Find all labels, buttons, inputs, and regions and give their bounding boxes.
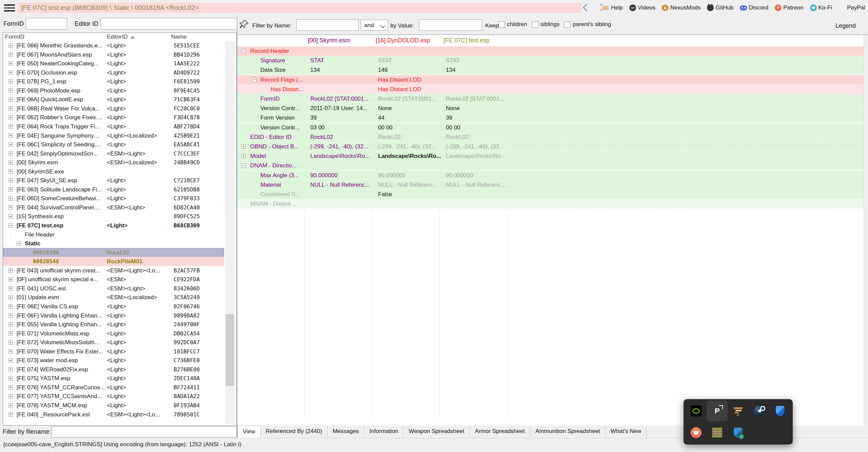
col-formid[interactable]: FormID xyxy=(5,34,24,40)
cell-test-esp[interactable]: STAT xyxy=(446,56,510,65)
col-name[interactable]: Name xyxy=(171,34,186,40)
external-link[interactable]: PayPal xyxy=(839,4,865,11)
record-row[interactable]: DNAM - Directio... xyxy=(237,161,864,170)
expander-icon[interactable] xyxy=(8,106,13,111)
expander-icon[interactable] xyxy=(8,358,13,363)
keep-children-checkbox[interactable]: children xyxy=(498,21,527,28)
expander-icon[interactable] xyxy=(8,97,13,102)
tree-row[interactable]: [FE 076] YASTM_CCRareCurios... <Light> B… xyxy=(3,383,224,392)
tree-row[interactable]: [FE 066] Merethic Grasslands.e... <Light… xyxy=(3,41,224,50)
expander-icon[interactable] xyxy=(8,385,13,390)
record-row[interactable]: Form Version 39 44 39 xyxy=(237,113,864,123)
rtx-grid-tray-icon[interactable] xyxy=(707,422,728,443)
tab-armor-spreadsheet[interactable]: Armor Spreadsheet xyxy=(470,426,530,438)
tree-row[interactable]: [FE 077] YASTM_CCSaintsAnd... <Light> 8A… xyxy=(3,392,224,401)
expander-icon[interactable] xyxy=(241,154,246,158)
record-row[interactable]: Material NULL - Null Referenc... NULL - … xyxy=(237,180,864,190)
record-row[interactable]: Considered S... False xyxy=(237,190,864,199)
tree-row[interactable]: [FE 043] unofficial skyrim creat... <ESM… xyxy=(3,266,224,275)
tree-row[interactable]: [FE 07B] PG_1.esp <Light> F6E81599 xyxy=(3,77,224,86)
tree-row[interactable]: 00020548 RockPileM01 xyxy=(3,257,224,266)
expander-icon[interactable] xyxy=(8,223,13,228)
col-editorid[interactable]: EditorID xyxy=(107,34,135,40)
external-link[interactable]: Ko-Fi xyxy=(810,4,832,11)
expander-icon[interactable] xyxy=(8,70,13,75)
tree-row[interactable]: [01] Update.esm <ESM><Localized> 3C5A524… xyxy=(3,293,224,302)
cell-dyndolod[interactable]: 146 xyxy=(378,65,442,75)
expander-icon[interactable] xyxy=(8,214,13,219)
record-row[interactable]: Version Contr... 2011-07-19 User: 14... … xyxy=(237,104,864,113)
tree-row[interactable]: [FE 047] SkyUI_SE.esp <Light> C7218CE7 xyxy=(3,176,224,185)
tree-row[interactable]: [FE 067] MoonsAndStars.esp <Light> BB41D… xyxy=(3,50,224,59)
nvidia-tray-icon[interactable] xyxy=(686,400,707,422)
tree-row[interactable]: [FE 063] Solitude Landscape Fi... <Light… xyxy=(3,185,224,194)
back-icon[interactable] xyxy=(583,4,591,12)
expander-icon[interactable] xyxy=(8,295,13,300)
keep-siblings-checkbox[interactable]: siblings xyxy=(532,21,560,28)
menu-icon[interactable] xyxy=(4,4,15,13)
checkbox-icon[interactable] xyxy=(564,21,571,28)
expander-icon[interactable] xyxy=(8,349,13,354)
tab-whats-new[interactable]: What's New xyxy=(606,426,647,438)
keep-parents-sibling-checkbox[interactable]: parent's sibling xyxy=(564,21,611,28)
cell-dyndolod[interactable]: Landscape\Rocks\Ro... xyxy=(378,151,442,161)
cell-skyrim[interactable]: RockL02 [STAT:0001... xyxy=(310,94,375,104)
record-row[interactable]: MNAM - Distant ... xyxy=(237,199,864,209)
cell-skyrim[interactable]: 90.000000 xyxy=(310,171,375,180)
tree-row[interactable]: [FE 06B] Real Water For Volca... <Light>… xyxy=(3,104,224,113)
tree-row[interactable]: [FE 064] Rock Traps Trigger Fi... <Light… xyxy=(3,122,224,131)
cell-test-esp[interactable]: RockL02 [STAT:0001... xyxy=(446,94,510,104)
tab-ammunition-spreadsheet[interactable]: Ammunition Spreadsheet xyxy=(530,426,606,438)
tree-row[interactable]: File Header xyxy=(3,230,224,239)
filter-filename-input[interactable] xyxy=(52,426,237,438)
tree-row[interactable]: [FE 073] water mod.esp <Light> C736BFE0 xyxy=(3,356,224,365)
steam-tray-icon[interactable] xyxy=(749,400,770,422)
record-row[interactable]: Record Flags (... Has Distant LOD xyxy=(237,75,864,85)
tree-row[interactable]: [FE 07D] Occlusion.esp <Light> AD4D9722 xyxy=(3,68,224,77)
expander-icon[interactable] xyxy=(8,394,13,398)
tree-row[interactable]: [FE 075] YASTM.esp <Light> 2DEC140A xyxy=(3,374,224,383)
cell-skyrim[interactable]: 03 00 xyxy=(310,123,375,132)
record-row[interactable]: Has Distan... Has Distant LOD xyxy=(237,85,864,94)
filter-value-input[interactable] xyxy=(419,19,482,31)
checkbox-icon[interactable] xyxy=(498,21,505,28)
expander-icon[interactable] xyxy=(8,151,13,156)
tree-row[interactable]: [FE 07C] test.esp <Light> B68CB309 xyxy=(3,221,224,230)
expander-icon[interactable] xyxy=(8,205,13,210)
expander-icon[interactable] xyxy=(17,241,21,246)
tree-row[interactable]: [FE 04E] Sanguine Symphony.... <Light><L… xyxy=(3,131,224,140)
external-link[interactable]: NexusMods xyxy=(662,4,701,11)
filter-operator-select[interactable]: and xyxy=(360,20,388,30)
expander-icon[interactable] xyxy=(252,78,257,82)
expander-icon[interactable] xyxy=(8,61,13,66)
cell-dyndolod[interactable]: NULL - Null Referenc... xyxy=(378,180,442,190)
tree-row[interactable]: [15] Synthesis.esp 89DFC525 xyxy=(3,212,224,221)
cell-skyrim[interactable]: Landscape\Rocks\Ro... xyxy=(310,151,375,161)
cell-test-esp[interactable]: 134 xyxy=(446,65,510,75)
cell-dyndolod[interactable]: Has Distant LOD xyxy=(378,85,442,94)
expander-icon[interactable] xyxy=(8,160,13,165)
tree-scrollbar-thumb[interactable] xyxy=(226,314,234,386)
legend-link[interactable]: Legend xyxy=(835,22,856,29)
expander-icon[interactable] xyxy=(8,79,13,84)
column-header-test-esp[interactable]: [FE 07C] test.esp xyxy=(443,37,489,44)
screen-capture-tray-icon[interactable] xyxy=(707,400,728,422)
tree-row[interactable]: [FE 069] PhotoMode.esp <Light> 8F9E4C45 xyxy=(3,86,224,95)
expander-icon[interactable] xyxy=(8,331,13,336)
cell-test-esp[interactable]: NULL - Null Referenc... xyxy=(446,180,510,190)
expander-icon[interactable] xyxy=(241,144,246,149)
expander-icon[interactable] xyxy=(8,169,13,174)
cell-skyrim[interactable]: NULL - Null Referenc... xyxy=(310,180,375,190)
expander-icon[interactable] xyxy=(8,88,13,93)
tree-row[interactable]: Static xyxy=(3,239,224,248)
tree-row[interactable]: [FE 06E] Vanilla CS.esp <Light> 02F06746 xyxy=(3,302,224,311)
tab-view[interactable]: View xyxy=(237,426,261,438)
record-row[interactable]: EDID - Editor ID RockL02 RockL02 RockL02 xyxy=(237,132,864,142)
record-row[interactable]: Version Contr... 03 00 00 00 00 00 xyxy=(237,123,864,132)
record-row[interactable]: OBND - Object B... (-299, -241, -40), (3… xyxy=(237,142,864,151)
cell-test-esp[interactable]: (-299, -241, -40), (32... xyxy=(446,142,510,151)
expander-icon[interactable] xyxy=(241,163,246,168)
pin-icon[interactable] xyxy=(239,20,249,29)
record-row[interactable]: FormID RockL02 [STAT:0001... RockL02 [ST… xyxy=(237,94,864,104)
cell-dyndolod[interactable]: 00 00 xyxy=(378,123,442,132)
